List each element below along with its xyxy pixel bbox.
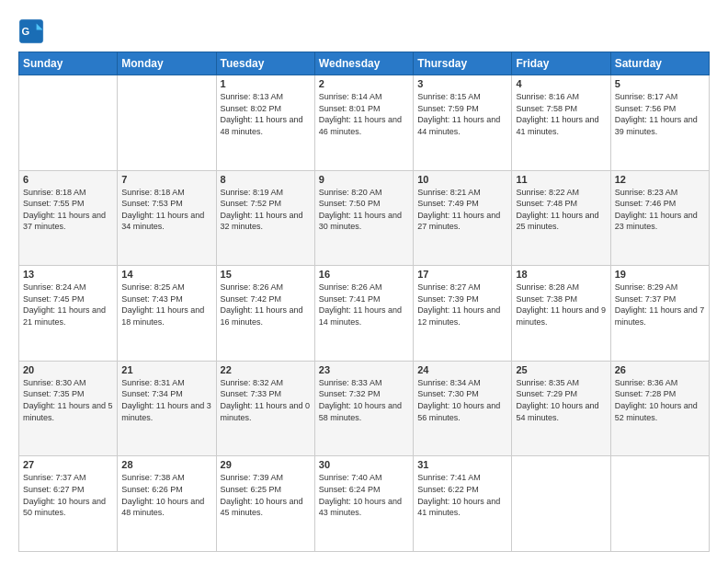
calendar-cell: 27Sunrise: 7:37 AMSunset: 6:27 PMDayligh… bbox=[19, 456, 118, 552]
calendar-cell: 8Sunrise: 8:19 AMSunset: 7:52 PMDaylight… bbox=[216, 170, 314, 266]
day-number: 20 bbox=[23, 364, 113, 375]
weekday-header-saturday: Saturday bbox=[610, 52, 709, 75]
day-info: Sunrise: 7:41 AMSunset: 6:22 PMDaylight:… bbox=[417, 472, 507, 518]
calendar-cell: 29Sunrise: 7:39 AMSunset: 6:25 PMDayligh… bbox=[216, 456, 314, 552]
day-number: 17 bbox=[417, 269, 507, 280]
day-info: Sunrise: 8:18 AMSunset: 7:53 PMDaylight:… bbox=[121, 187, 211, 233]
day-number: 11 bbox=[516, 174, 606, 185]
day-info: Sunrise: 8:24 AMSunset: 7:45 PMDaylight:… bbox=[23, 282, 113, 327]
calendar-cell: 31Sunrise: 7:41 AMSunset: 6:22 PMDayligh… bbox=[414, 456, 512, 552]
weekday-header-friday: Friday bbox=[512, 52, 610, 75]
svg-text:G: G bbox=[22, 26, 30, 37]
day-info: Sunrise: 8:19 AMSunset: 7:52 PMDaylight:… bbox=[221, 187, 311, 233]
calendar-cell bbox=[512, 456, 610, 552]
day-number: 9 bbox=[319, 174, 409, 185]
calendar-cell: 1Sunrise: 8:13 AMSunset: 8:02 PMDaylight… bbox=[216, 75, 314, 171]
day-info: Sunrise: 8:26 AMSunset: 7:41 PMDaylight:… bbox=[319, 282, 409, 327]
day-number: 21 bbox=[121, 364, 211, 375]
weekday-header-thursday: Thursday bbox=[414, 52, 512, 75]
calendar-cell: 15Sunrise: 8:26 AMSunset: 7:42 PMDayligh… bbox=[216, 266, 314, 362]
calendar-cell: 7Sunrise: 8:18 AMSunset: 7:53 PMDaylight… bbox=[118, 170, 216, 266]
day-number: 29 bbox=[221, 459, 311, 470]
calendar-cell: 30Sunrise: 7:40 AMSunset: 6:24 PMDayligh… bbox=[314, 456, 413, 552]
calendar-cell: 6Sunrise: 8:18 AMSunset: 7:55 PMDaylight… bbox=[19, 170, 118, 266]
day-number: 5 bbox=[615, 78, 705, 89]
calendar-cell bbox=[19, 75, 118, 171]
calendar-cell: 25Sunrise: 8:35 AMSunset: 7:29 PMDayligh… bbox=[512, 361, 610, 456]
day-info: Sunrise: 8:22 AMSunset: 7:48 PMDaylight:… bbox=[516, 187, 606, 233]
day-number: 14 bbox=[121, 269, 211, 280]
day-info: Sunrise: 8:18 AMSunset: 7:55 PMDaylight:… bbox=[23, 187, 113, 233]
day-number: 1 bbox=[221, 78, 311, 89]
weekday-header-row: SundayMondayTuesdayWednesdayThursdayFrid… bbox=[19, 52, 710, 75]
calendar-cell bbox=[118, 75, 216, 171]
day-info: Sunrise: 7:38 AMSunset: 6:26 PMDaylight:… bbox=[121, 472, 211, 518]
day-number: 16 bbox=[319, 269, 409, 280]
day-info: Sunrise: 8:20 AMSunset: 7:50 PMDaylight:… bbox=[319, 187, 409, 233]
calendar-cell: 28Sunrise: 7:38 AMSunset: 6:26 PMDayligh… bbox=[118, 456, 216, 552]
day-info: Sunrise: 8:31 AMSunset: 7:34 PMDaylight:… bbox=[121, 377, 211, 423]
day-info: Sunrise: 8:13 AMSunset: 8:02 PMDaylight:… bbox=[221, 91, 311, 137]
calendar-cell: 24Sunrise: 8:34 AMSunset: 7:30 PMDayligh… bbox=[414, 361, 512, 456]
calendar-cell: 11Sunrise: 8:22 AMSunset: 7:48 PMDayligh… bbox=[512, 170, 610, 266]
day-number: 2 bbox=[319, 78, 409, 89]
day-info: Sunrise: 7:39 AMSunset: 6:25 PMDaylight:… bbox=[221, 472, 311, 518]
day-number: 23 bbox=[319, 364, 409, 375]
day-number: 27 bbox=[23, 459, 113, 470]
logo: G bbox=[18, 18, 46, 44]
day-number: 3 bbox=[417, 78, 507, 89]
calendar-cell: 20Sunrise: 8:30 AMSunset: 7:35 PMDayligh… bbox=[19, 361, 118, 456]
logo-icon: G bbox=[18, 18, 44, 44]
calendar-cell: 13Sunrise: 8:24 AMSunset: 7:45 PMDayligh… bbox=[19, 266, 118, 362]
weekday-header-sunday: Sunday bbox=[19, 52, 118, 75]
day-number: 31 bbox=[417, 459, 507, 470]
day-info: Sunrise: 8:33 AMSunset: 7:32 PMDaylight:… bbox=[319, 377, 409, 423]
day-info: Sunrise: 8:30 AMSunset: 7:35 PMDaylight:… bbox=[23, 377, 113, 423]
day-number: 19 bbox=[615, 269, 705, 280]
calendar-cell: 12Sunrise: 8:23 AMSunset: 7:46 PMDayligh… bbox=[610, 170, 709, 266]
calendar-week-1: 1Sunrise: 8:13 AMSunset: 8:02 PMDaylight… bbox=[19, 75, 710, 171]
day-info: Sunrise: 8:17 AMSunset: 7:56 PMDaylight:… bbox=[615, 91, 705, 137]
day-info: Sunrise: 7:37 AMSunset: 6:27 PMDaylight:… bbox=[23, 472, 113, 518]
weekday-header-wednesday: Wednesday bbox=[314, 52, 413, 75]
day-info: Sunrise: 8:21 AMSunset: 7:49 PMDaylight:… bbox=[417, 187, 507, 233]
calendar-cell: 26Sunrise: 8:36 AMSunset: 7:28 PMDayligh… bbox=[610, 361, 709, 456]
calendar-cell: 5Sunrise: 8:17 AMSunset: 7:56 PMDaylight… bbox=[610, 75, 709, 171]
day-number: 30 bbox=[319, 459, 409, 470]
day-info: Sunrise: 8:35 AMSunset: 7:29 PMDaylight:… bbox=[516, 377, 606, 423]
day-number: 13 bbox=[23, 269, 113, 280]
calendar-week-5: 27Sunrise: 7:37 AMSunset: 6:27 PMDayligh… bbox=[19, 456, 710, 552]
calendar-week-4: 20Sunrise: 8:30 AMSunset: 7:35 PMDayligh… bbox=[19, 361, 710, 456]
calendar-week-3: 13Sunrise: 8:24 AMSunset: 7:45 PMDayligh… bbox=[19, 266, 710, 362]
day-info: Sunrise: 8:25 AMSunset: 7:43 PMDaylight:… bbox=[121, 282, 211, 327]
day-info: Sunrise: 8:27 AMSunset: 7:39 PMDaylight:… bbox=[417, 282, 507, 327]
day-number: 26 bbox=[615, 364, 705, 375]
day-number: 12 bbox=[615, 174, 705, 185]
day-number: 7 bbox=[121, 174, 211, 185]
day-number: 10 bbox=[417, 174, 507, 185]
calendar-cell: 14Sunrise: 8:25 AMSunset: 7:43 PMDayligh… bbox=[118, 266, 216, 362]
weekday-header-tuesday: Tuesday bbox=[216, 52, 314, 75]
day-number: 4 bbox=[516, 78, 606, 89]
day-info: Sunrise: 8:34 AMSunset: 7:30 PMDaylight:… bbox=[417, 377, 507, 423]
calendar-cell: 2Sunrise: 8:14 AMSunset: 8:01 PMDaylight… bbox=[314, 75, 413, 171]
calendar-cell: 3Sunrise: 8:15 AMSunset: 7:59 PMDaylight… bbox=[414, 75, 512, 171]
calendar-cell: 19Sunrise: 8:29 AMSunset: 7:37 PMDayligh… bbox=[610, 266, 709, 362]
day-info: Sunrise: 8:16 AMSunset: 7:58 PMDaylight:… bbox=[516, 91, 606, 137]
day-info: Sunrise: 7:40 AMSunset: 6:24 PMDaylight:… bbox=[319, 472, 409, 518]
day-info: Sunrise: 8:14 AMSunset: 8:01 PMDaylight:… bbox=[319, 91, 409, 137]
calendar-table: SundayMondayTuesdayWednesdayThursdayFrid… bbox=[18, 52, 710, 552]
day-number: 24 bbox=[417, 364, 507, 375]
day-number: 18 bbox=[516, 269, 606, 280]
day-number: 8 bbox=[221, 174, 311, 185]
calendar-cell bbox=[610, 456, 709, 552]
calendar-cell: 10Sunrise: 8:21 AMSunset: 7:49 PMDayligh… bbox=[414, 170, 512, 266]
page: G SundayMondayTuesdayWednesdayThursdayFr… bbox=[0, 0, 728, 563]
day-info: Sunrise: 8:23 AMSunset: 7:46 PMDaylight:… bbox=[615, 187, 705, 233]
calendar-cell: 23Sunrise: 8:33 AMSunset: 7:32 PMDayligh… bbox=[314, 361, 413, 456]
day-info: Sunrise: 8:36 AMSunset: 7:28 PMDaylight:… bbox=[615, 377, 705, 423]
day-info: Sunrise: 8:15 AMSunset: 7:59 PMDaylight:… bbox=[417, 91, 507, 137]
calendar-cell: 9Sunrise: 8:20 AMSunset: 7:50 PMDaylight… bbox=[314, 170, 413, 266]
day-number: 22 bbox=[221, 364, 311, 375]
day-info: Sunrise: 8:29 AMSunset: 7:37 PMDaylight:… bbox=[615, 282, 705, 327]
